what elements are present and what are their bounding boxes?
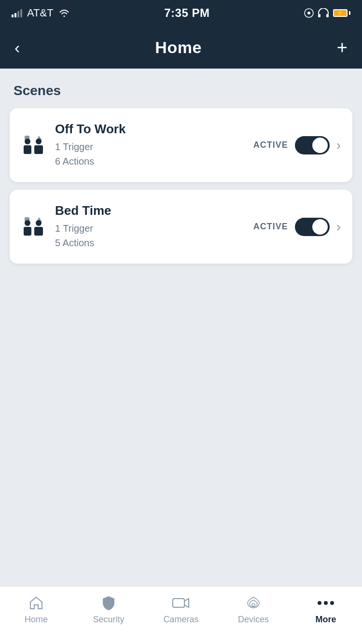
main-content: Scenes Off To Work 1 Trigger6 Actions AC… xyxy=(0,69,362,586)
location-icon xyxy=(304,8,314,18)
status-bar: AT&T 7:35 PM ⚡ xyxy=(0,0,362,26)
svg-marker-9 xyxy=(36,136,42,140)
scene-toggle-off-to-work[interactable] xyxy=(295,136,330,154)
tab-devices-label: Devices xyxy=(238,615,269,625)
tab-security[interactable]: Security xyxy=(72,594,145,625)
more-icon xyxy=(317,594,334,612)
tab-home-label: Home xyxy=(25,615,48,625)
devices-icon xyxy=(245,594,262,612)
svg-rect-6 xyxy=(34,145,43,154)
status-left: AT&T xyxy=(12,7,70,19)
scene-meta-off-to-work: 1 Trigger6 Actions xyxy=(55,140,244,168)
security-icon xyxy=(100,594,117,612)
scene-controls-off-to-work: ACTIVE › xyxy=(253,136,341,154)
scene-controls-bed-time: ACTIVE › xyxy=(253,218,341,236)
scene-icon-off-to-work xyxy=(21,133,45,157)
svg-rect-3 xyxy=(326,14,329,17)
time-display: 7:35 PM xyxy=(164,6,209,20)
battery-indicator: ⚡ xyxy=(333,9,350,17)
toggle-knob-bed-time xyxy=(312,219,328,235)
scene-icon-bed-time xyxy=(21,215,45,239)
svg-rect-8 xyxy=(25,136,29,140)
back-button[interactable]: ‹ xyxy=(14,39,20,56)
tab-cameras[interactable]: Cameras xyxy=(145,594,217,625)
scene-status-off-to-work: ACTIVE xyxy=(253,140,288,150)
tab-bar: Home Security Cameras Devices xyxy=(0,586,362,644)
scene-chevron-off-to-work[interactable]: › xyxy=(336,138,341,153)
scene-card-off-to-work[interactable]: Off To Work 1 Trigger6 Actions ACTIVE › xyxy=(10,108,352,182)
status-right: ⚡ xyxy=(304,8,350,18)
headphones-icon xyxy=(318,8,329,18)
tab-more-label: More xyxy=(315,615,336,625)
svg-rect-14 xyxy=(25,217,29,222)
cameras-icon xyxy=(172,594,190,612)
scene-chevron-bed-time[interactable]: › xyxy=(336,219,341,235)
wifi-icon xyxy=(58,9,70,17)
svg-rect-2 xyxy=(318,14,320,17)
scene-toggle-bed-time[interactable] xyxy=(295,218,330,236)
battery-bolt: ⚡ xyxy=(336,10,344,16)
svg-point-1 xyxy=(307,12,310,14)
three-dots-icon xyxy=(318,601,334,605)
svg-point-17 xyxy=(252,603,255,606)
svg-rect-4 xyxy=(24,145,31,154)
scene-card-bed-time[interactable]: Bed Time 1 Trigger5 Actions ACTIVE › xyxy=(10,190,352,264)
carrier-label: AT&T xyxy=(27,7,54,19)
tab-home[interactable]: Home xyxy=(0,594,72,625)
nav-header: ‹ Home + xyxy=(0,26,362,69)
tab-cameras-label: Cameras xyxy=(163,615,198,625)
svg-rect-10 xyxy=(24,227,31,236)
scene-name-bed-time: Bed Time xyxy=(55,203,244,218)
scene-meta-bed-time: 1 Trigger5 Actions xyxy=(55,221,244,250)
signal-icon xyxy=(12,9,22,17)
scene-status-bed-time: ACTIVE xyxy=(253,222,288,232)
scene-name-off-to-work: Off To Work xyxy=(55,122,244,137)
tab-security-label: Security xyxy=(93,615,124,625)
tab-more[interactable]: More xyxy=(290,594,362,625)
scene-info-off-to-work: Off To Work 1 Trigger6 Actions xyxy=(55,122,244,168)
tab-devices[interactable]: Devices xyxy=(217,594,290,625)
svg-rect-16 xyxy=(173,599,184,607)
toggle-knob xyxy=(312,138,328,153)
svg-marker-15 xyxy=(36,217,42,222)
scenes-section-title: Scenes xyxy=(10,83,352,98)
scene-info-bed-time: Bed Time 1 Trigger5 Actions xyxy=(55,203,244,250)
home-icon xyxy=(28,594,45,612)
add-button[interactable]: + xyxy=(337,38,348,56)
svg-rect-12 xyxy=(34,227,43,236)
page-title: Home xyxy=(155,38,201,57)
